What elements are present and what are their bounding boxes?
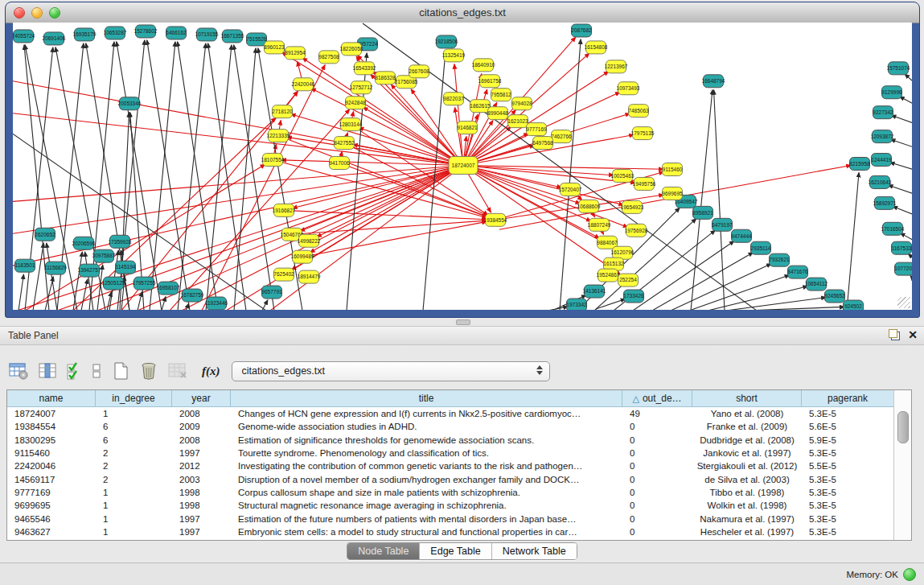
- graph-node[interactable]: 7932621: [769, 253, 790, 266]
- table-row[interactable]: 977716911998Corpus callosum shape and si…: [7, 486, 911, 499]
- graph-node[interactable]: 8912954: [285, 47, 306, 60]
- table-row[interactable]: 1830029562008Estimation of significance …: [7, 434, 911, 447]
- graph-node[interactable]: 19384554: [484, 213, 507, 226]
- graph-node[interactable]: 18807249: [588, 218, 611, 231]
- graph-node[interactable]: 16961758: [478, 75, 502, 88]
- graph-node[interactable]: 10654112: [805, 278, 828, 290]
- vertical-scrollbar[interactable]: [893, 390, 911, 540]
- graph-node[interactable]: 15892971: [873, 196, 897, 209]
- graph-edge[interactable]: [234, 48, 256, 310]
- graph-node[interactable]: 9474444: [731, 229, 752, 242]
- graph-hub-node[interactable]: 18724007: [449, 157, 478, 175]
- graph-node[interactable]: 9115460: [663, 163, 683, 176]
- graph-node[interactable]: 16154808: [585, 41, 608, 54]
- table-row[interactable]: 1938455462009Genome-wide association stu…: [7, 420, 911, 433]
- graph-node[interactable]: 12803144: [339, 118, 363, 131]
- graph-node[interactable]: 22420046: [292, 78, 315, 91]
- graph-node[interactable]: 8958921: [692, 206, 713, 219]
- graph-node[interactable]: 12752712: [350, 81, 373, 94]
- graph-edge[interactable]: [13, 113, 463, 166]
- graph-node[interactable]: 16648794: [702, 75, 725, 88]
- graph-edge[interactable]: [893, 206, 912, 214]
- graph-edge[interactable]: [890, 139, 912, 146]
- graph-node[interactable]: 7625402: [273, 268, 294, 281]
- graph-node[interactable]: 14136141: [583, 285, 606, 298]
- graph-node[interactable]: 1621023: [507, 115, 528, 128]
- graph-node[interactable]: 10025463: [611, 169, 634, 182]
- row-height-button[interactable]: [91, 361, 102, 381]
- graph-node[interactable]: 12213339: [267, 130, 290, 142]
- graph-node[interactable]: 9822037: [443, 93, 464, 105]
- graph-node[interactable]: 8186328: [375, 72, 396, 84]
- graph-node[interactable]: 9242848: [345, 97, 366, 109]
- graph-edge[interactable]: [890, 163, 912, 170]
- zoom-window-button[interactable]: [49, 7, 60, 19]
- graph-edge[interactable]: [81, 279, 88, 310]
- graph-edge[interactable]: [178, 43, 206, 310]
- graph-node[interactable]: 9245652: [824, 290, 845, 303]
- graph-node[interactable]: 12093872: [871, 130, 894, 143]
- close-panel-icon[interactable]: ✕: [908, 329, 918, 340]
- graph-node[interactable]: 10973493: [617, 82, 640, 95]
- tab-node-table[interactable]: Node Table: [347, 543, 419, 559]
- graph-node[interactable]: 20053346: [118, 97, 142, 110]
- graph-edge[interactable]: [652, 253, 753, 310]
- graph-node[interactable]: 13942757: [78, 264, 101, 277]
- graph-node[interactable]: 7955812: [491, 89, 511, 101]
- graph-node[interactable]: 12505125: [102, 277, 125, 290]
- table-row[interactable]: 969969511998Structural magnetic resonanc…: [7, 499, 911, 512]
- graph-node[interactable]: 6466162: [166, 27, 187, 39]
- graph-node[interactable]: 10719155: [195, 28, 219, 41]
- graph-node[interactable]: 1183501: [15, 259, 35, 272]
- graph-node[interactable]: 16671355: [221, 30, 244, 43]
- graph-edge[interactable]: [284, 210, 487, 219]
- graph-node[interactable]: 19166827: [273, 204, 296, 216]
- graph-node[interactable]: 18640910: [472, 59, 495, 72]
- resize-grip[interactable]: [897, 297, 910, 308]
- graph-edge[interactable]: [13, 166, 463, 234]
- graph-node[interactable]: 16099489: [291, 250, 314, 263]
- graph-node[interactable]: 1167533: [892, 241, 912, 254]
- graph-node[interactable]: 8990448: [487, 107, 508, 120]
- graph-node[interactable]: 17957255: [133, 277, 156, 290]
- column-header-short[interactable]: short: [692, 390, 802, 407]
- graph-node[interactable]: 1244419: [871, 154, 892, 167]
- graph-node[interactable]: 15720407: [559, 183, 582, 196]
- graph-node[interactable]: 2620652: [35, 228, 55, 241]
- graph-edge[interactable]: [596, 299, 626, 309]
- graph-node[interactable]: 9227342: [873, 106, 893, 119]
- graph-node[interactable]: 24055724: [13, 30, 35, 43]
- select-column-button[interactable]: [38, 361, 57, 381]
- graph-edge[interactable]: [714, 90, 725, 310]
- close-window-button[interactable]: [14, 7, 25, 19]
- graph-node[interactable]: 15278602: [134, 25, 158, 38]
- graph-node[interactable]: 16543392: [353, 62, 376, 75]
- graph-node[interactable]: 6479197: [712, 218, 733, 231]
- graph-node[interactable]: 7462766: [551, 130, 572, 143]
- graph-node[interactable]: 12213967: [605, 60, 628, 73]
- graph-node[interactable]: 17975135: [631, 127, 655, 140]
- graph-node[interactable]: 18226058: [340, 43, 363, 56]
- graph-node[interactable]: 17359928: [109, 235, 132, 248]
- graph-node[interactable]: 9777169: [526, 123, 547, 136]
- table-row[interactable]: 2242004622012Investigating the contribut…: [7, 459, 911, 472]
- graph-node[interactable]: 16958107: [157, 282, 180, 295]
- new-table-button[interactable]: [111, 360, 130, 381]
- tab-edge-table[interactable]: Edge Table: [419, 543, 491, 559]
- graph-node[interactable]: 8471676: [787, 266, 808, 278]
- graph-node[interactable]: 8427552: [334, 137, 355, 150]
- column-header-pagerank[interactable]: pagerank: [802, 390, 894, 407]
- graph-node[interactable]: 9417006: [329, 157, 350, 170]
- graph-edge[interactable]: [901, 233, 912, 241]
- graph-node[interactable]: 10688609: [577, 200, 601, 212]
- graph-edge[interactable]: [847, 172, 859, 310]
- graph-node[interactable]: 16782759: [181, 289, 204, 302]
- table-row[interactable]: 1872400712008Changes of HCN gene express…: [7, 407, 911, 420]
- delete-rows-button[interactable]: [139, 360, 158, 381]
- network-canvas[interactable]: 2405572420691406169351791065328715278602…: [13, 23, 912, 310]
- graph-node[interactable]: 1145194: [116, 261, 136, 274]
- graph-node[interactable]: 17016504: [881, 222, 905, 235]
- graph-edge[interactable]: [310, 166, 463, 253]
- graph-node[interactable]: 11156829: [44, 262, 67, 274]
- graph-node[interactable]: 9699695: [662, 187, 683, 200]
